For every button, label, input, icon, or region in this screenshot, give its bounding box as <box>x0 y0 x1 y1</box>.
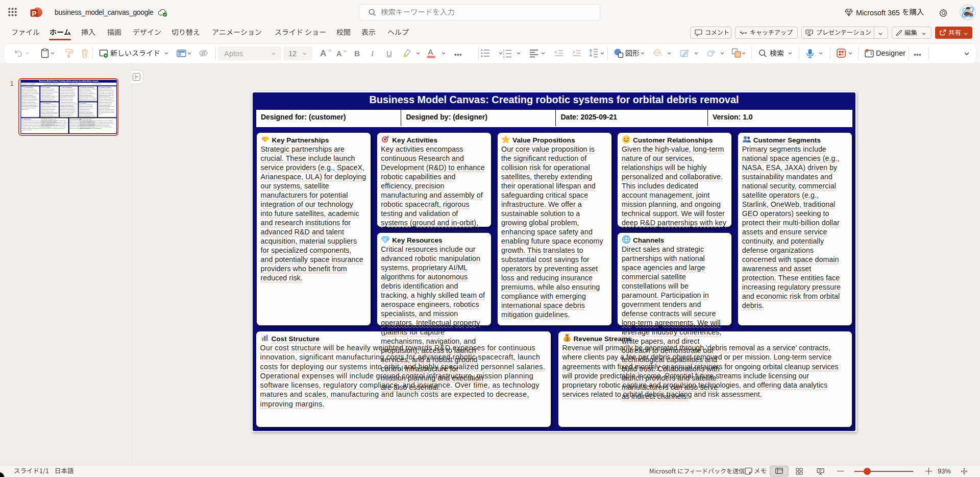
svg-text:3: 3 <box>503 55 505 58</box>
svg-text:2: 2 <box>503 52 505 55</box>
svg-text:1: 1 <box>503 49 505 52</box>
svg-text:P: P <box>32 10 37 17</box>
